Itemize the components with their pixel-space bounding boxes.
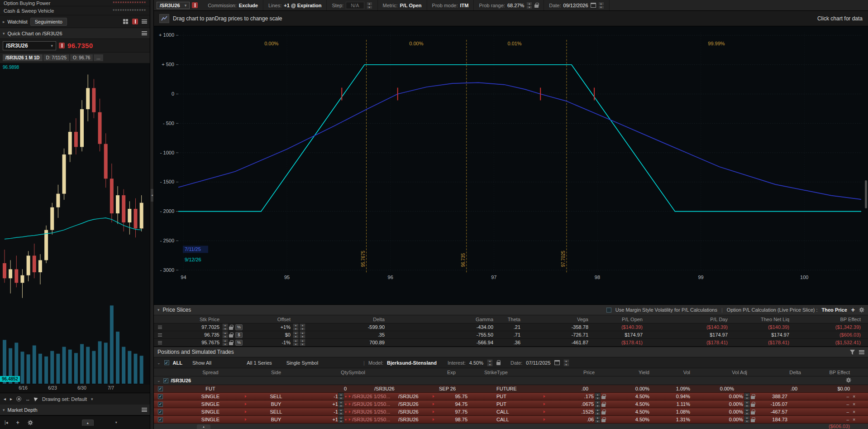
column-header[interactable]: Spread [176, 368, 244, 376]
drawing-set-label[interactable]: Drawing set: Default [42, 396, 87, 402]
cell-price[interactable]: .175▴▾ [543, 393, 606, 400]
step-input[interactable]: N/A [346, 2, 364, 9]
group-checkbox[interactable]: ✓ [163, 378, 168, 383]
cell-series[interactable]: /SR3U26 1/250... [348, 408, 398, 415]
spinner[interactable]: ▴▾ [300, 339, 305, 346]
qty-dropdown-icon[interactable]: ▾ [345, 418, 347, 422]
spinner[interactable]: ▴▾ [222, 331, 228, 338]
spinner[interactable]: ▴▾ [338, 408, 344, 415]
commission-setting[interactable]: Commission: Exclude [203, 0, 263, 10]
slice-stk-price[interactable]: 97.7025 [176, 323, 219, 331]
pan-icon[interactable]: ↔ [25, 396, 30, 402]
spinner[interactable]: ▴▾ [595, 408, 601, 415]
spinner[interactable]: ▴▾ [338, 400, 344, 408]
cell-exp-strike[interactable]: 98.75 [432, 416, 471, 423]
chevron-down-icon[interactable]: ▾ [51, 43, 53, 48]
column-header[interactable]: Vol [649, 368, 690, 376]
cell-series[interactable]: /SR3U26 1/250... [348, 400, 398, 408]
alert-icon[interactable] [59, 43, 65, 48]
spinner[interactable]: ▴▾ [300, 331, 305, 338]
interest-input[interactable]: 4.50% [469, 360, 483, 366]
alert-icon[interactable] [132, 19, 138, 24]
show-all-dropdown[interactable]: Show All [192, 360, 211, 366]
metric-setting[interactable]: Metric: P/L Open [378, 0, 427, 10]
column-header[interactable]: Offset [248, 315, 291, 323]
row-checkbox[interactable]: ✓ [158, 394, 163, 399]
lock-icon[interactable] [229, 327, 233, 330]
spinner[interactable]: ▴▾ [338, 393, 344, 400]
spinner[interactable]: ▴▾ [744, 393, 750, 400]
qty-dropdown-icon[interactable]: ▾ [345, 402, 347, 406]
column-header[interactable]: Theo Net Liq [728, 315, 789, 323]
chart-symbol-timeframe[interactable]: /SR3U26 1 M 1D [3, 54, 43, 61]
lock-icon[interactable] [751, 404, 755, 407]
cell-spread[interactable]: SINGLE [176, 400, 244, 408]
lock-icon[interactable] [601, 411, 606, 415]
lines-setting[interactable]: Lines: +1 @ Expiration [263, 0, 327, 10]
gear-icon[interactable] [859, 307, 864, 313]
row-checkbox[interactable]: ✓ [158, 410, 163, 415]
cell-series[interactable]: /SR3U26 1/250... [348, 416, 398, 423]
prob-range-input[interactable]: 68.27% [507, 3, 524, 8]
spinner[interactable]: ▴▾ [222, 339, 228, 346]
calendar-icon[interactable] [554, 360, 560, 365]
chevron-right-icon[interactable]: ▸ [3, 19, 5, 24]
cell-price[interactable]: .00 [543, 385, 606, 392]
slice-stk-price[interactable]: 96.735 [176, 331, 219, 338]
minimize-row-icon[interactable]: – [847, 394, 849, 399]
spinner[interactable]: ▴▾ [595, 400, 601, 408]
lock-icon[interactable] [601, 396, 606, 399]
lock-icon[interactable] [751, 411, 755, 415]
column-header[interactable]: BP Effect [789, 315, 868, 323]
lock-icon[interactable] [496, 362, 501, 365]
cell-qty[interactable]: 0 [308, 385, 348, 392]
minimize-row-icon[interactable]: – [847, 402, 849, 407]
watchlist-label[interactable]: Watchlist [8, 19, 28, 24]
cell-qty[interactable]: +1▴▾▾ [308, 400, 348, 408]
filter-icon[interactable] [850, 350, 855, 355]
spinner[interactable]: ▴▾ [744, 416, 750, 423]
cell-side[interactable]: SELL [244, 408, 308, 415]
cell-qty[interactable]: -1▴▾▾ [308, 393, 348, 400]
symbol-select[interactable]: /SR3U26 ▾ [157, 2, 190, 9]
menu-icon[interactable] [142, 31, 147, 35]
cell-series[interactable]: /SR3U26 1/250... [348, 393, 398, 400]
risk-profile-chart[interactable]: 949596979899100+ 1000+ 5000- 500- 1000- … [154, 26, 868, 304]
slice-offset[interactable]: +1% [248, 323, 291, 331]
column-header[interactable]: Side [244, 368, 308, 376]
qty-dropdown-icon[interactable]: ▾ [345, 410, 347, 414]
cell-price[interactable]: .1525▴▾ [543, 408, 606, 415]
model-value[interactable]: Bjerksund-Stensland [387, 360, 437, 366]
remove-row-icon[interactable]: × [853, 410, 855, 415]
cell-price[interactable]: .06▴▾ [543, 416, 606, 423]
chevron-down-icon[interactable]: ▾ [3, 408, 5, 412]
minimize-row-icon[interactable]: – [847, 410, 849, 415]
column-header[interactable]: StrikeType [471, 368, 543, 376]
spinner[interactable]: ▴▾ [338, 416, 344, 423]
remove-row-icon[interactable]: × [853, 417, 855, 422]
chart-settings-icon[interactable] [159, 14, 169, 23]
row-checkbox[interactable]: ✓ [158, 402, 163, 407]
qty-dropdown-icon[interactable]: ▾ [345, 395, 347, 399]
chevron-down-icon[interactable]: ⌄ [157, 378, 161, 383]
lock-icon[interactable] [751, 396, 755, 399]
cell-spread[interactable]: FUT [176, 385, 244, 392]
column-header[interactable]: Exp [432, 368, 471, 376]
expand-panel-handle[interactable]: ▴ [82, 419, 94, 426]
offset-mode-button[interactable]: % [235, 324, 243, 330]
collapse-left-icon[interactable]: |◂ [5, 420, 8, 425]
position-row-buy[interactable]: ✓SINGLEBUY+1▴▾▾/SR3U26 1/250.../SR3U2694… [154, 400, 868, 408]
cursor-icon[interactable] [34, 396, 38, 401]
alert-icon[interactable] [192, 2, 198, 8]
collapse-panel-icon[interactable]: ▾ [115, 420, 117, 424]
quick-chart-canvas[interactable]: 96.9898 96.4852 [0, 63, 150, 385]
column-header[interactable]: Vega [520, 315, 588, 323]
cell-exp-strike[interactable]: 97.75 [432, 408, 471, 415]
column-header[interactable]: P/L Day [643, 315, 728, 323]
column-header[interactable]: Stk Price [176, 315, 219, 323]
cell-exp-strike[interactable]: SEP 26 [432, 385, 471, 392]
lock-icon[interactable] [229, 334, 233, 337]
panel-splitter-handle[interactable]: ▴ [197, 424, 210, 429]
menu-icon[interactable] [142, 19, 147, 24]
spinner[interactable]: ▴▾ [367, 2, 372, 9]
